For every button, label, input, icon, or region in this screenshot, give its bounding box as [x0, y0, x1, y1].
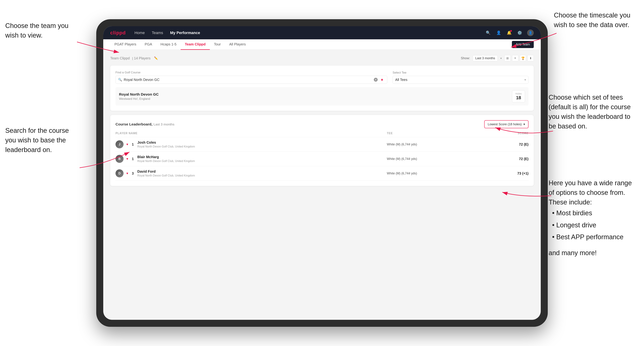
- top-nav: clippd Home Teams My Performance 🔍 👤 🔔 ⚙…: [103, 26, 541, 39]
- content-area: Team Clippd | 14 Players ✏️ Show: Last 3…: [103, 50, 541, 191]
- tee-select[interactable]: All Tees ▾: [392, 76, 528, 84]
- annotation-top-left: Choose the team you wish to view.: [5, 21, 79, 40]
- col-tee: TEE: [387, 132, 490, 137]
- team-title: Team Clippd | 14 Players: [110, 56, 150, 60]
- trophy-view-btn[interactable]: 🏆: [520, 55, 526, 61]
- holes-number: 18: [516, 95, 522, 100]
- table-row: D ♥ 3 David Ford Royal North Devon Golf …: [116, 166, 528, 181]
- team-header: Team Clippd | 14 Players ✏️ Show: Last 3…: [110, 55, 534, 61]
- rank-0: 1: [131, 142, 134, 147]
- subnav-team-clippd[interactable]: Team Clippd: [180, 39, 210, 50]
- subnav-pgat-players[interactable]: PGAT Players: [110, 39, 140, 50]
- nav-teams[interactable]: Teams: [152, 30, 163, 35]
- subnav-all-players[interactable]: All Players: [225, 39, 250, 50]
- course-search-col: Find a Golf Course 🔍 ✕ ★: [116, 71, 387, 84]
- player-cell-1: B ♥ 1 Blair McHarg Royal North Devon Gol…: [116, 152, 387, 166]
- player-avatar-0: J: [116, 140, 124, 148]
- list-view-btn[interactable]: ≡: [512, 55, 518, 61]
- course-info: Royal North Devon GC Westward Ho!, Engla…: [119, 92, 158, 101]
- nav-home[interactable]: Home: [134, 30, 145, 35]
- score-type-value: Lowest Score (18 holes): [488, 123, 522, 126]
- player-name-1: Blair McHarg: [138, 155, 195, 159]
- avatar[interactable]: 👤: [527, 29, 534, 36]
- rank-2: 3: [131, 172, 134, 175]
- table-row: B ♥ 1 Blair McHarg Royal North Devon Gol…: [116, 152, 528, 166]
- course-search-card: Find a Golf Course 🔍 ✕ ★ Select Tee All …: [110, 65, 534, 111]
- tee-select-col: Select Tee All Tees ▾: [392, 71, 528, 84]
- search-icon: 🔍: [118, 78, 122, 82]
- course-search-input-wrap: 🔍 ✕ ★: [116, 76, 387, 84]
- tablet-screen: clippd Home Teams My Performance 🔍 👤 🔔 ⚙…: [103, 26, 541, 320]
- download-btn[interactable]: ⬇: [528, 55, 534, 61]
- course-location: Westward Ho!, England: [119, 97, 158, 101]
- time-range-select[interactable]: Last 3 months: [473, 55, 498, 61]
- holes-badge: Holes 18: [512, 90, 525, 102]
- find-course-label: Find a Golf Course: [116, 71, 387, 74]
- tablet-shell: clippd Home Teams My Performance 🔍 👤 🔔 ⚙…: [96, 19, 548, 327]
- grid-view-btn[interactable]: ⊞: [504, 55, 511, 61]
- player-avatar-1: B: [116, 155, 124, 163]
- sub-nav: PGAT Players PGA Hcaps 1-5 Team Clippd T…: [103, 39, 541, 50]
- holes-label: Holes: [516, 92, 522, 95]
- search-icon-btn[interactable]: 🔍: [485, 30, 491, 36]
- show-controls: Show: Last 3 months ▾ ⊞ ≡ 🏆 ⬇: [461, 55, 534, 61]
- heart-icon-2[interactable]: ♥: [126, 172, 128, 175]
- player-club-1: Royal North Devon Golf Club, United King…: [138, 160, 195, 163]
- score-cell-0: 72 (E): [490, 137, 528, 152]
- subnav-tour[interactable]: Tour: [210, 39, 225, 50]
- player-details-0: Josh Coles Royal North Devon Golf Club, …: [138, 141, 195, 148]
- player-name-2: David Ford: [138, 170, 195, 173]
- annotation-right-middle: Choose which set of tees (default is all…: [548, 93, 642, 131]
- heart-icon-0[interactable]: ♥: [126, 143, 128, 146]
- player-cell-0: J ♥ 1 Josh Coles Royal North Devon Golf …: [116, 137, 387, 152]
- bullet-list: • Most birdies• Longest drive• Best APP …: [552, 207, 642, 243]
- tee-cell-1: White (M) (6,744 yds): [387, 152, 490, 166]
- notification-badge: [510, 30, 512, 32]
- player-details-2: David Ford Royal North Devon Golf Club, …: [138, 170, 195, 177]
- user-icon-btn[interactable]: 👤: [496, 30, 502, 36]
- course-name: Royal North Devon GC: [119, 92, 158, 96]
- player-club-0: Royal North Devon Golf Club, United King…: [138, 145, 195, 148]
- player-cell-2: D ♥ 3 David Ford Royal North Devon Golf …: [116, 166, 387, 181]
- show-label: Show:: [461, 56, 470, 60]
- leaderboard-title: Course Leaderboard, Last 3 months: [116, 122, 174, 126]
- leaderboard-table: PLAYER NAME TEE SCORE: [116, 132, 528, 181]
- favorite-star-button[interactable]: ★: [380, 78, 385, 82]
- player-name-0: Josh Coles: [138, 141, 195, 145]
- annotation-top-right: Choose the timescale you wish to see the…: [554, 10, 642, 30]
- tee-cell-2: White (M) (6,744 yds): [387, 166, 490, 181]
- chevron-down-icon: ▾: [524, 78, 526, 81]
- nav-my-performance[interactable]: My Performance: [170, 30, 200, 35]
- col-score: SCORE: [490, 132, 528, 137]
- course-result: Royal North Devon GC Westward Ho!, Engla…: [116, 87, 528, 106]
- subnav-hcaps[interactable]: Hcaps 1-5: [156, 39, 180, 50]
- view-icons: ⊞ ≡ 🏆 ⬇: [504, 55, 534, 61]
- tee-value: All Tees: [395, 78, 408, 82]
- bullet-item: • Most birdies: [552, 207, 642, 219]
- player-club-2: Royal North Devon Golf Club, United King…: [138, 174, 195, 177]
- ann-extra: and many more!: [548, 248, 642, 258]
- settings-icon-btn[interactable]: ⚙️: [516, 30, 523, 36]
- subnav-pga[interactable]: PGA: [140, 39, 156, 50]
- heart-icon-1[interactable]: ♥: [126, 157, 128, 161]
- dropdown-chevron-icon: ▾: [524, 122, 525, 126]
- score-type-dropdown[interactable]: Lowest Score (18 holes) ▾: [484, 120, 528, 128]
- player-avatar-2: D: [116, 169, 124, 177]
- table-row: J ♥ 1 Josh Coles Royal North Devon Golf …: [116, 137, 528, 152]
- score-cell-2: 73 (+1): [490, 166, 528, 181]
- notification-icon-btn[interactable]: 🔔: [506, 30, 512, 36]
- annotation-right-bottom: Here you have a wide range of options to…: [548, 178, 642, 258]
- course-search-row: Find a Golf Course 🔍 ✕ ★ Select Tee All …: [116, 71, 528, 84]
- edit-icon[interactable]: ✏️: [154, 56, 158, 60]
- annotation-bottom-left: Search for the course you wish to base t…: [5, 126, 82, 155]
- rank-1: 1: [131, 157, 134, 161]
- nav-links: Home Teams My Performance: [134, 30, 476, 35]
- player-details-1: Blair McHarg Royal North Devon Golf Club…: [138, 155, 195, 163]
- tee-cell-0: White (M) (6,744 yds): [387, 137, 490, 152]
- course-search-input[interactable]: [124, 78, 372, 82]
- score-cell-1: 72 (E): [490, 152, 528, 166]
- add-team-button[interactable]: Add Team: [512, 41, 534, 48]
- leaderboard-header: Course Leaderboard, Last 3 months Lowest…: [116, 120, 528, 128]
- nav-icons: 🔍 👤 🔔 ⚙️ 👤: [485, 29, 534, 36]
- clear-search-button[interactable]: ✕: [374, 78, 378, 82]
